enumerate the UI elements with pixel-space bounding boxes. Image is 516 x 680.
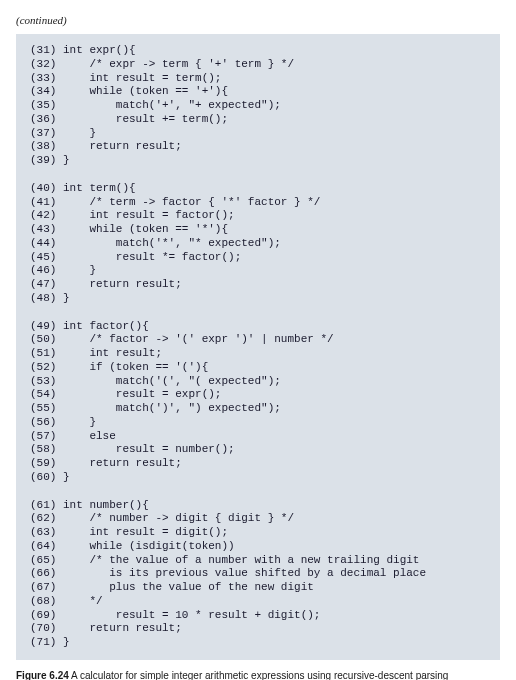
line-number: (60) bbox=[30, 471, 56, 483]
line-number: (54) bbox=[30, 388, 56, 400]
code-line: (69) result = 10 * result + digit(); bbox=[30, 609, 486, 623]
line-number: (37) bbox=[30, 127, 56, 139]
line-number: (65) bbox=[30, 554, 56, 566]
line-number: (63) bbox=[30, 526, 56, 538]
code-line: (59) return result; bbox=[30, 457, 486, 471]
code-line: (62) /* number -> digit { digit } */ bbox=[30, 512, 486, 526]
line-number: (48) bbox=[30, 292, 56, 304]
line-number: (53) bbox=[30, 375, 56, 387]
line-number: (31) bbox=[30, 44, 56, 56]
code-line: (56) } bbox=[30, 416, 486, 430]
code-line: (49) int factor(){ bbox=[30, 320, 486, 334]
line-number: (42) bbox=[30, 209, 56, 221]
code-line: (43) while (token == '*'){ bbox=[30, 223, 486, 237]
code-line: (60) } bbox=[30, 471, 486, 485]
line-number: (71) bbox=[30, 636, 56, 648]
line-number: (41) bbox=[30, 196, 56, 208]
line-number: (70) bbox=[30, 622, 56, 634]
line-number: (34) bbox=[30, 85, 56, 97]
code-line: (42) int result = factor(); bbox=[30, 209, 486, 223]
code-line: (48) } bbox=[30, 292, 486, 306]
code-line: (71) } bbox=[30, 636, 486, 650]
code-line: (50) /* factor -> '(' expr ')' | number … bbox=[30, 333, 486, 347]
code-line: (46) } bbox=[30, 264, 486, 278]
line-number: (62) bbox=[30, 512, 56, 524]
code-blank-line bbox=[30, 485, 486, 499]
line-number: (55) bbox=[30, 402, 56, 414]
code-line: (63) int result = digit(); bbox=[30, 526, 486, 540]
line-number: (56) bbox=[30, 416, 56, 428]
line-number: (67) bbox=[30, 581, 56, 593]
code-line: (68) */ bbox=[30, 595, 486, 609]
line-number: (50) bbox=[30, 333, 56, 345]
line-number: (38) bbox=[30, 140, 56, 152]
code-line: (38) return result; bbox=[30, 140, 486, 154]
code-line: (45) result *= factor(); bbox=[30, 251, 486, 265]
line-number: (61) bbox=[30, 499, 56, 511]
line-number: (39) bbox=[30, 154, 56, 166]
line-number: (44) bbox=[30, 237, 56, 249]
line-number: (68) bbox=[30, 595, 56, 607]
continued-label: (continued) bbox=[16, 14, 500, 26]
line-number: (43) bbox=[30, 223, 56, 235]
code-line: (61) int number(){ bbox=[30, 499, 486, 513]
code-line: (67) plus the value of the new digit bbox=[30, 581, 486, 595]
code-line: (47) return result; bbox=[30, 278, 486, 292]
line-number: (32) bbox=[30, 58, 56, 70]
caption-text: A calculator for simple integer arithmet… bbox=[69, 670, 449, 680]
figure-caption: Figure 6.24 A calculator for simple inte… bbox=[16, 670, 500, 680]
code-line: (37) } bbox=[30, 127, 486, 141]
code-line: (31) int expr(){ bbox=[30, 44, 486, 58]
line-number: (51) bbox=[30, 347, 56, 359]
code-blank-line bbox=[30, 168, 486, 182]
code-line: (54) result = expr(); bbox=[30, 388, 486, 402]
line-number: (46) bbox=[30, 264, 56, 276]
code-line: (36) result += term(); bbox=[30, 113, 486, 127]
line-number: (64) bbox=[30, 540, 56, 552]
code-line: (65) /* the value of a number with a new… bbox=[30, 554, 486, 568]
code-line: (53) match('(', "( expected"); bbox=[30, 375, 486, 389]
line-number: (58) bbox=[30, 443, 56, 455]
line-number: (66) bbox=[30, 567, 56, 579]
line-number: (45) bbox=[30, 251, 56, 263]
code-line: (39) } bbox=[30, 154, 486, 168]
line-number: (47) bbox=[30, 278, 56, 290]
line-number: (33) bbox=[30, 72, 56, 84]
code-blank-line bbox=[30, 306, 486, 320]
code-line: (32) /* expr -> term { '+' term } */ bbox=[30, 58, 486, 72]
code-line: (51) int result; bbox=[30, 347, 486, 361]
line-number: (49) bbox=[30, 320, 56, 332]
line-number: (40) bbox=[30, 182, 56, 194]
line-number: (52) bbox=[30, 361, 56, 373]
code-line: (70) return result; bbox=[30, 622, 486, 636]
code-line: (35) match('+', "+ expected"); bbox=[30, 99, 486, 113]
code-listing: (31) int expr(){(32) /* expr -> term { '… bbox=[16, 34, 500, 660]
code-line: (33) int result = term(); bbox=[30, 72, 486, 86]
code-line: (66) is its previous value shifted by a … bbox=[30, 567, 486, 581]
line-number: (59) bbox=[30, 457, 56, 469]
line-number: (35) bbox=[30, 99, 56, 111]
code-line: (58) result = number(); bbox=[30, 443, 486, 457]
code-line: (55) match(')', ") expected"); bbox=[30, 402, 486, 416]
code-line: (52) if (token == '('){ bbox=[30, 361, 486, 375]
code-line: (40) int term(){ bbox=[30, 182, 486, 196]
code-line: (44) match('*', "* expected"); bbox=[30, 237, 486, 251]
figure-number: Figure 6.24 bbox=[16, 670, 69, 680]
line-number: (69) bbox=[30, 609, 56, 621]
line-number: (57) bbox=[30, 430, 56, 442]
line-number: (36) bbox=[30, 113, 56, 125]
code-line: (34) while (token == '+'){ bbox=[30, 85, 486, 99]
code-line: (57) else bbox=[30, 430, 486, 444]
code-line: (41) /* term -> factor { '*' factor } */ bbox=[30, 196, 486, 210]
code-line: (64) while (isdigit(token)) bbox=[30, 540, 486, 554]
